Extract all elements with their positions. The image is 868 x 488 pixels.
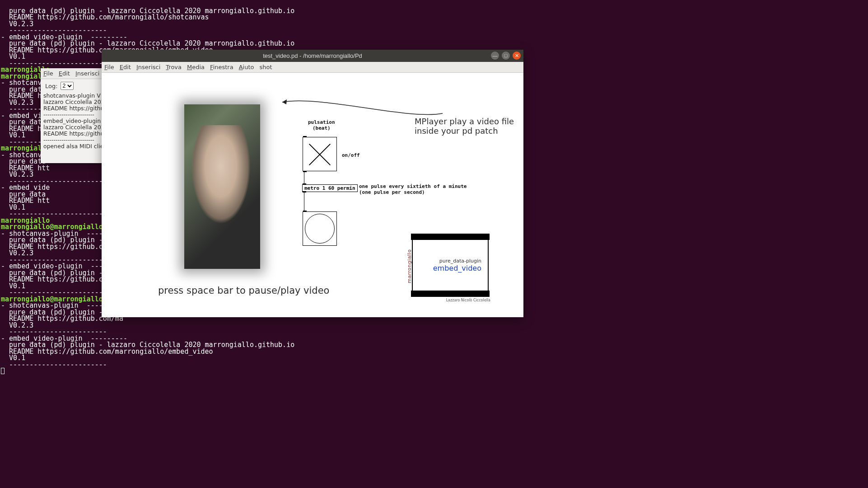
menu-file[interactable]: File [43, 70, 53, 77]
menu-shot[interactable]: shot [259, 64, 272, 70]
embed-video-logo: pure_data-plugin embed_video marrongiall… [407, 234, 493, 301]
pulsation-label: pulsation (beat) [308, 119, 335, 131]
menu-window[interactable]: Finestra [210, 64, 233, 70]
minimize-button[interactable]: — [491, 52, 499, 60]
spacebar-hint: press space bar to pause/play video [158, 285, 329, 296]
menu-file[interactable]: File [104, 64, 114, 70]
window-titlebar[interactable]: test_video.pd - /home/marrongiallo/Pd — … [102, 50, 523, 62]
menu-insert[interactable]: Inserisci [75, 70, 99, 77]
metro-object[interactable]: metro 1 60 permin [302, 184, 358, 192]
menu-edit[interactable]: Edit [120, 64, 131, 70]
log-level-select[interactable]: 2 [61, 82, 74, 90]
pd-patch-window[interactable]: test_video.pd - /home/marrongiallo/Pd — … [102, 50, 523, 317]
embedded-video[interactable] [184, 104, 260, 269]
menu-insert[interactable]: Inserisci [136, 64, 160, 70]
terminal-cursor [1, 368, 5, 374]
menu-media[interactable]: Media [187, 64, 205, 70]
pd-patch-menubar: File Edit Inserisci Trova Media Finestra… [102, 62, 523, 73]
menu-edit[interactable]: Edit [59, 70, 70, 77]
pulse-desc: one pulse every sixtieth of a minute (on… [359, 183, 467, 195]
mplayer-text: MPlayer play a video file inside your pd… [415, 117, 514, 136]
menu-help[interactable]: Aiuto [239, 64, 254, 70]
pd-toggle[interactable] [303, 137, 337, 171]
menu-find[interactable]: Trova [166, 64, 182, 70]
close-button[interactable]: ✕ [513, 52, 521, 60]
log-label: Log: [45, 83, 58, 89]
pd-canvas[interactable]: press space bar to pause/play video puls… [102, 73, 523, 317]
pd-bang[interactable] [303, 211, 337, 246]
maximize-button[interactable]: □ [502, 52, 510, 60]
window-title: test_video.pd - /home/marrongiallo/Pd [263, 52, 362, 59]
onoff-label: on/off [342, 152, 360, 158]
